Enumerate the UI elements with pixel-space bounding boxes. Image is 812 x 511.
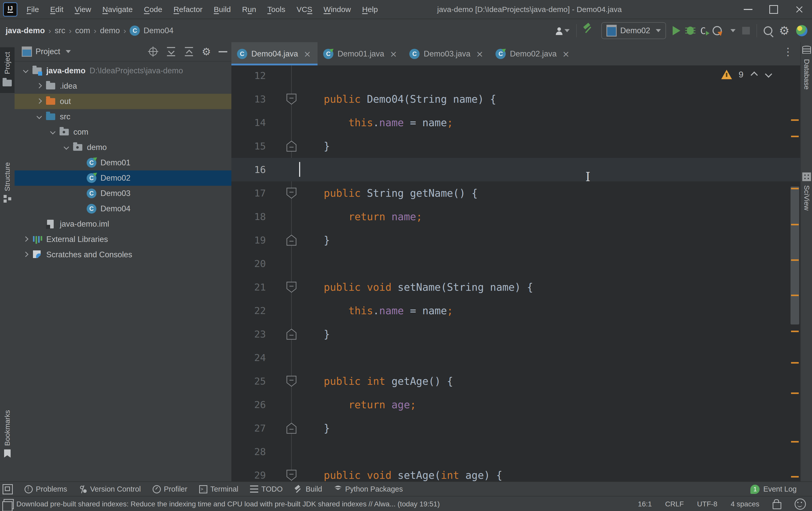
menu-item-build[interactable]: Build	[209, 3, 235, 16]
project-panel-title[interactable]: Project	[22, 47, 71, 57]
code-line-16[interactable]: 16	[231, 158, 800, 181]
tree-item-demo01[interactable]: CDemo01	[14, 155, 231, 171]
tool-window-button-build[interactable]: Build	[294, 485, 322, 493]
chevron-right-icon[interactable]	[36, 99, 42, 104]
editor-tab-demo03-java[interactable]: CDemo03.java×	[404, 42, 490, 65]
code-line-27[interactable]: 27 }	[231, 417, 800, 440]
editor-tab-demo01-java[interactable]: CDemo01.java×	[318, 42, 404, 65]
warning-stripe-mark[interactable]	[791, 362, 799, 364]
fold-end-icon[interactable]	[286, 328, 297, 340]
expand-all-button[interactable]	[166, 47, 176, 57]
breadcrumb-item-Demo04[interactable]: Demo04	[143, 26, 173, 35]
tree-item--idea[interactable]: .idea	[14, 79, 231, 94]
breadcrumb-item-com[interactable]: com	[75, 26, 90, 35]
editor-tab-demo02-java[interactable]: CDemo02.java×	[490, 42, 576, 65]
fold-end-icon[interactable]	[286, 234, 297, 246]
tree-item-external-libraries[interactable]: External Libraries	[14, 232, 231, 247]
menu-item-code[interactable]: Code	[139, 3, 167, 16]
maximize-button[interactable]	[761, 0, 786, 19]
indent-setting[interactable]: 4 spaces	[731, 500, 759, 508]
scrollbar-thumb[interactable]	[790, 186, 799, 325]
code-line-20[interactable]: 20	[231, 252, 800, 275]
tool-window-button-terminal[interactable]: Terminal	[199, 485, 238, 493]
warning-stripe-mark[interactable]	[791, 188, 799, 189]
code-line-24[interactable]: 24	[231, 346, 800, 369]
menu-item-window[interactable]: Window	[319, 3, 356, 16]
learn-ide-button[interactable]	[796, 23, 807, 38]
code-line-17[interactable]: 17 public String getName() {	[231, 181, 800, 205]
chevron-right-icon[interactable]	[36, 83, 42, 89]
sidebar-tab-project[interactable]: Project	[0, 47, 14, 93]
menu-item-refactor[interactable]: Refactor	[169, 3, 207, 16]
close-icon[interactable]: ×	[562, 49, 570, 59]
caret-position[interactable]: 16:1	[638, 500, 652, 508]
lock-icon[interactable]	[773, 502, 781, 509]
fold-start-icon[interactable]	[286, 375, 297, 387]
stop-button[interactable]	[742, 23, 750, 38]
fold-start-icon[interactable]	[286, 93, 297, 105]
chevron-right-icon[interactable]	[23, 252, 28, 258]
run-button[interactable]	[673, 23, 680, 38]
code-line-12[interactable]: 12	[231, 65, 800, 87]
menu-item-tools[interactable]: Tools	[263, 3, 290, 16]
breadcrumb-item-java-demo[interactable]: java-demo	[6, 26, 45, 35]
tree-item-demo02[interactable]: CDemo02	[14, 171, 231, 186]
debug-button[interactable]	[687, 23, 694, 38]
warning-stripe-mark[interactable]	[791, 224, 799, 226]
warning-stripe-mark[interactable]	[791, 331, 799, 332]
tree-item-src[interactable]: src	[14, 109, 231, 124]
breadcrumb-item-demo[interactable]: demo	[100, 26, 120, 35]
fold-end-icon[interactable]	[286, 422, 297, 434]
tool-window-button-problems[interactable]: Problems	[25, 485, 67, 493]
run-with-coverage-button[interactable]: C	[700, 23, 706, 38]
close-icon[interactable]: ×	[304, 49, 311, 59]
close-icon[interactable]: ×	[390, 49, 397, 59]
gear-icon[interactable]: ⚙	[202, 46, 211, 58]
profiler-button[interactable]	[713, 23, 722, 38]
menu-item-file[interactable]: File	[22, 3, 44, 16]
warning-stripe-mark[interactable]	[791, 392, 799, 394]
chevron-right-icon[interactable]	[23, 237, 28, 242]
code-line-22[interactable]: 22 this.name = name;	[231, 299, 800, 323]
chevron-down-icon[interactable]	[36, 114, 42, 120]
tree-item-com[interactable]: com	[14, 124, 231, 140]
fold-start-icon[interactable]	[286, 187, 297, 199]
build-project-button[interactable]	[583, 23, 595, 38]
warning-stripe-mark[interactable]	[791, 259, 799, 261]
chevron-down-icon[interactable]	[50, 129, 56, 135]
tree-item-demo[interactable]: demo	[14, 140, 231, 155]
code-line-13[interactable]: 13 public Demo04(String name) {	[231, 87, 800, 111]
tab-options-kebab-icon[interactable]: ⋮	[783, 46, 793, 58]
code-line-14[interactable]: 14 this.name = name;	[231, 111, 800, 134]
user-account-button[interactable]	[556, 23, 570, 38]
warning-stripe-mark[interactable]	[791, 119, 799, 121]
tool-window-switcher-icon[interactable]	[3, 484, 13, 494]
chevron-down-icon[interactable]	[23, 68, 28, 73]
sidebar-tab-bookmarks[interactable]: Bookmarks	[0, 410, 14, 458]
tree-item-scratches-and-consoles[interactable]: Scratches and Consoles	[14, 247, 231, 262]
fold-end-icon[interactable]	[286, 140, 297, 152]
select-opened-file-button[interactable]	[148, 47, 158, 57]
code-line-26[interactable]: 26 return age;	[231, 393, 800, 417]
code-line-18[interactable]: 18 return name;	[231, 205, 800, 229]
line-separator[interactable]: CRLF	[665, 500, 684, 508]
warning-stripe-mark[interactable]	[791, 476, 799, 478]
menu-item-run[interactable]: Run	[237, 3, 261, 16]
editor-tab-demo04-java[interactable]: CDemo04.java×	[231, 42, 318, 65]
sidebar-tab-sciview[interactable]: SciView	[801, 173, 812, 211]
tree-item-out[interactable]: out	[14, 94, 231, 109]
code-line-25[interactable]: 25 public int getAge() {	[231, 369, 800, 393]
fold-start-icon[interactable]	[286, 469, 297, 481]
menu-item-view[interactable]: View	[70, 3, 96, 16]
tool-window-button-python-packages[interactable]: Python Packages	[334, 485, 403, 493]
tree-item-demo04[interactable]: CDemo04	[14, 201, 231, 216]
warning-stripe-mark[interactable]	[791, 136, 799, 137]
menu-item-help[interactable]: Help	[357, 3, 382, 16]
breadcrumb-item-src[interactable]: src	[55, 26, 65, 35]
close-icon[interactable]: ×	[476, 49, 484, 59]
code-line-28[interactable]: 28	[231, 440, 800, 463]
code-line-29[interactable]: 29 public void setAge(int age) {	[231, 463, 800, 481]
search-everywhere-button[interactable]	[764, 23, 772, 38]
menu-item-navigate[interactable]: Navigate	[98, 3, 137, 16]
file-encoding[interactable]: UTF-8	[697, 500, 717, 508]
